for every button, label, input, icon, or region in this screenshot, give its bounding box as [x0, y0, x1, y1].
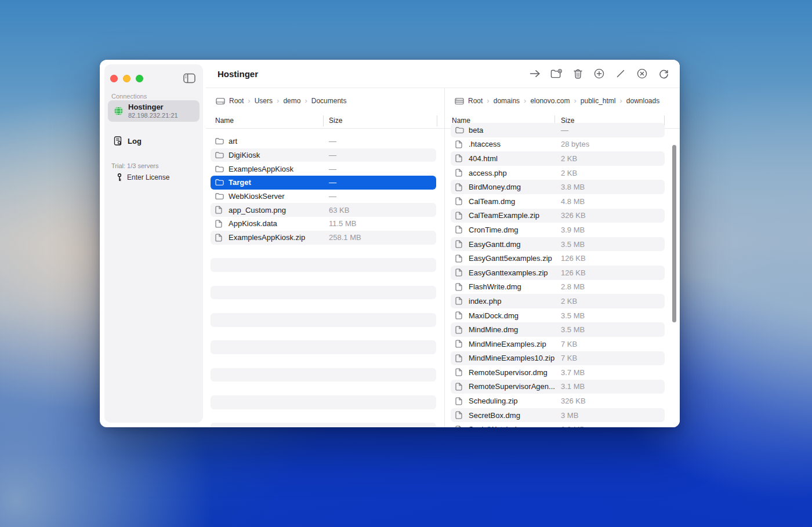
file-row[interactable]: beta—: [451, 123, 665, 137]
key-icon: [117, 173, 122, 181]
file-icon: [455, 368, 465, 377]
column-name[interactable]: Name: [215, 117, 234, 125]
enter-license-label: Enter License: [127, 173, 169, 181]
log-icon: [114, 136, 122, 146]
empty-row: [211, 340, 436, 354]
column-divider[interactable]: [437, 115, 437, 126]
remote-breadcrumb: Root›domains›elonovo.com›public_html›dow…: [445, 88, 680, 114]
file-icon: [455, 340, 465, 348]
file-row[interactable]: CronTime.dmg3.9 MB: [451, 223, 665, 237]
breadcrumb-item[interactable]: public_html: [581, 97, 616, 105]
sidebar-item-hostinger[interactable]: Hostinger 82.198.232.21:21: [108, 100, 200, 122]
file-row[interactable]: MindMineExamples.zip7 KB: [451, 337, 665, 351]
file-size: 11.5 MB: [329, 219, 356, 228]
file-icon: [455, 140, 465, 148]
file-row[interactable]: FlashWrite.dmg2.8 MB: [451, 280, 665, 295]
file-panes: Root›Users›demo›Documents Name Size art—…: [206, 88, 680, 427]
breadcrumb-item[interactable]: Root: [468, 97, 483, 105]
trash-icon[interactable]: [571, 67, 585, 81]
zoom-window-button[interactable]: [136, 75, 143, 82]
breadcrumb-item[interactable]: domains: [494, 97, 520, 105]
file-row[interactable]: WebKioskServer—: [211, 190, 436, 203]
close-window-button[interactable]: [110, 75, 118, 82]
breadcrumb-item[interactable]: Documents: [311, 97, 347, 105]
file-row[interactable]: SocialWatch.dmg2.9 MB: [451, 422, 665, 427]
file-row[interactable]: index.php2 KB: [451, 294, 665, 308]
disconnect-icon[interactable]: [635, 67, 649, 81]
file-row[interactable]: ExamplesAppKiosk.zip258.1 MB: [211, 231, 436, 245]
empty-row: [211, 245, 436, 259]
file-row[interactable]: MindMineExamples10.zip7 KB: [451, 351, 665, 366]
column-divider[interactable]: [323, 115, 324, 126]
trial-status: Trial: 1/3 servers: [111, 162, 159, 169]
file-row[interactable]: CalTeam.dmg4.8 MB: [451, 194, 665, 209]
file-icon: [455, 154, 465, 163]
file-name: beta: [469, 126, 483, 135]
file-icon: [455, 311, 465, 320]
file-name: index.php: [469, 297, 501, 306]
minimize-window-button[interactable]: [123, 75, 130, 82]
app-window: Connections Hostinger 82.198.232.21:21: [100, 60, 680, 427]
file-icon: [455, 411, 465, 420]
file-size: 126 KB: [561, 254, 586, 263]
file-row[interactable]: Target—: [211, 176, 436, 190]
file-name: app_Custom.png: [229, 206, 286, 215]
refresh-icon[interactable]: [657, 67, 670, 81]
empty-row: [211, 258, 436, 272]
local-breadcrumb: Root›Users›demo›Documents: [206, 88, 444, 114]
sidebar-item-log[interactable]: Log: [108, 133, 200, 149]
file-row[interactable]: SecretBox.dmg3 MB: [451, 408, 665, 423]
folder-icon: [215, 165, 224, 173]
file-size: 4.8 MB: [561, 197, 585, 206]
file-row[interactable]: RemoteSupervisorAgen...3.1 MB: [451, 380, 665, 394]
breadcrumb-item[interactable]: downloads: [626, 97, 659, 105]
breadcrumb-item[interactable]: elonovo.com: [530, 97, 570, 105]
new-folder-icon[interactable]: [549, 67, 563, 81]
file-row[interactable]: DigiKiosk—: [211, 148, 436, 162]
file-size: 3.5 MB: [561, 311, 585, 320]
breadcrumb-item[interactable]: Root: [229, 97, 244, 105]
file-row[interactable]: EasyGantt.dmg3.5 MB: [451, 237, 665, 252]
add-circle-icon[interactable]: [592, 67, 606, 81]
file-row[interactable]: MindMine.dmg3.5 MB: [451, 322, 665, 337]
file-size: 2.9 MB: [561, 425, 585, 427]
file-name: AppKiosk.data: [229, 219, 277, 228]
local-column-header: Name Size: [206, 114, 444, 129]
sidebar-toggle-icon[interactable]: [182, 71, 196, 85]
file-row[interactable]: 404.html2 KB: [451, 151, 665, 166]
file-row[interactable]: ExamplesAppKiosk—: [211, 162, 436, 176]
chevron-separator-icon: ›: [304, 97, 307, 104]
file-row[interactable]: EasyGanttexamples.zip126 KB: [451, 266, 665, 280]
file-row[interactable]: Scheduling.zip326 KB: [451, 394, 665, 408]
empty-row: [211, 368, 436, 382]
file-row[interactable]: EasyGantt5examples.zip126 KB: [451, 251, 665, 266]
column-size[interactable]: Size: [329, 117, 342, 125]
file-icon: [455, 226, 465, 234]
file-row[interactable]: AppKiosk.data11.5 MB: [211, 217, 436, 231]
file-size: 2 KB: [561, 154, 577, 163]
vertical-scrollbar[interactable]: [672, 145, 676, 322]
file-icon: [215, 219, 224, 228]
enter-license-button[interactable]: Enter License: [117, 173, 169, 181]
file-size: —: [561, 126, 568, 135]
breadcrumb-item[interactable]: demo: [283, 97, 300, 105]
file-row[interactable]: CalTeamExample.zip326 KB: [451, 209, 665, 223]
file-row[interactable]: app_Custom.png63 KB: [211, 203, 436, 217]
file-row[interactable]: RemoteSupervisor.dmg3.7 MB: [451, 365, 665, 380]
empty-row: [211, 272, 436, 286]
transfer-arrow-icon[interactable]: [528, 67, 542, 81]
folder-icon: [215, 192, 224, 201]
file-row[interactable]: MaxiDock.dmg3.5 MB: [451, 308, 665, 323]
file-icon: [455, 354, 465, 362]
file-name: Scheduling.zip: [469, 397, 518, 405]
file-row[interactable]: access.php2 KB: [451, 166, 665, 180]
file-row[interactable]: .htaccess28 bytes: [451, 137, 665, 152]
window-title: Hostinger: [217, 69, 258, 79]
file-size: 7 KB: [561, 354, 577, 362]
file-icon: [455, 197, 465, 206]
file-row[interactable]: BirdMoney.dmg3.8 MB: [451, 180, 665, 194]
breadcrumb-item[interactable]: Users: [255, 97, 273, 105]
drive-icon: [216, 97, 225, 105]
edit-icon[interactable]: [614, 67, 628, 81]
file-row[interactable]: art—: [211, 135, 436, 148]
